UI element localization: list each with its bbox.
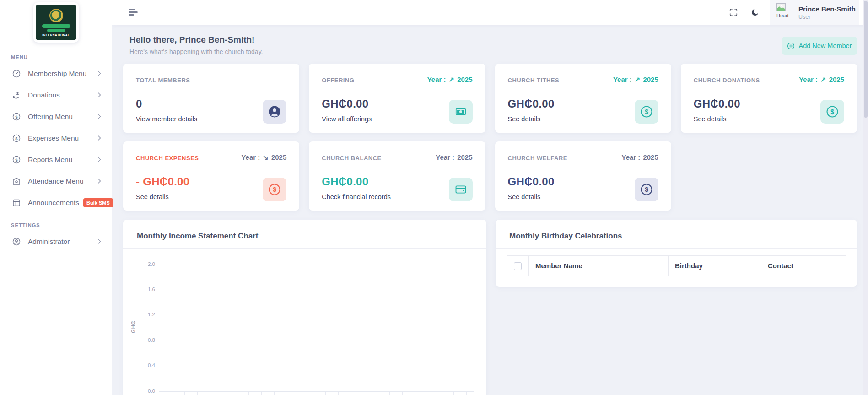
view-member-details-link[interactable]: View member details [136, 115, 197, 123]
year-label: Year : [436, 153, 454, 161]
avatar-alt-text: Head [776, 13, 794, 18]
chevron-right-icon [98, 179, 101, 184]
view-all-offerings-link[interactable]: View all offerings [322, 115, 372, 123]
card-year: Year : 2025 [436, 153, 472, 161]
fullscreen-icon[interactable] [728, 6, 739, 18]
y-tick: 1.6 [140, 287, 155, 292]
year-value: 2025 [271, 153, 286, 162]
add-new-member-button[interactable]: Add New Member [782, 37, 857, 55]
gridline [159, 290, 474, 290]
sidebar-item-membership-menu[interactable]: Membership Menu [0, 63, 112, 84]
logo-redaction-bar [42, 24, 70, 28]
select-all-checkbox[interactable] [514, 262, 522, 270]
card-title: CHURCH EXPENSES [136, 155, 199, 162]
chevron-right-icon [98, 239, 101, 244]
chart-title: Monthly Income Statement Chart [137, 232, 258, 241]
user-menu[interactable]: Head Prince Ben-Smith User [770, 0, 859, 25]
year-value: 2025 [829, 76, 844, 84]
card-value: GH₵0.00 [322, 175, 368, 188]
card-value: GH₵0.00 [694, 97, 740, 110]
scrollbar-thumb[interactable] [864, 1, 868, 118]
admin-user-icon [12, 237, 21, 246]
gridline [159, 366, 474, 366]
offering-card: OFFERING Year : ↗ 2025 GH₵0.00 View all … [309, 64, 485, 133]
coin-dollar-icon: $ [12, 112, 21, 121]
trend-down-arrow-icon: ↘ [263, 153, 269, 162]
chevron-right-icon [98, 114, 101, 119]
card-value: GH₵0.00 [508, 97, 555, 110]
gridline [159, 341, 474, 341]
divider [123, 248, 486, 249]
birthday-table: Member Name Birthday Contact [507, 255, 846, 276]
scrollbar-track[interactable] [863, 0, 868, 395]
card-value: - GH₵0.00 [136, 175, 189, 188]
sidebar-item-reports-menu[interactable]: $ Reports Menu [0, 149, 112, 170]
globe-emblem-icon [49, 9, 63, 22]
sidebar-item-expenses-menu[interactable]: $ Expenses Menu [0, 127, 112, 149]
chevron-right-icon [98, 92, 101, 97]
dashboard-icon [12, 69, 21, 78]
check-financial-records-link[interactable]: Check financial records [322, 193, 391, 200]
cash-bill-icon [449, 100, 473, 124]
donation-hand-icon [12, 91, 21, 100]
church-logo-art: INTERNATIONAL [36, 5, 76, 40]
card-year: Year : ↗ 2025 [427, 76, 473, 84]
year-value: 2025 [643, 76, 658, 84]
stat-cards-row-2: CHURCH EXPENSES Year : ↘ 2025 - GH₵0.00 … [123, 141, 857, 211]
sidebar-menu: Membership Menu Donations $ Offering Men… [0, 63, 112, 213]
sidebar-item-donations[interactable]: Donations [0, 84, 112, 106]
menu-toggle-icon[interactable] [129, 9, 139, 16]
sidebar-item-label: Reports Menu [28, 156, 72, 164]
column-header-birthday: Birthday [669, 256, 761, 276]
user-info: Prince Ben-Smith User [798, 5, 856, 20]
year-label: Year : [799, 76, 818, 84]
donations-see-details-link[interactable]: See details [694, 115, 727, 123]
add-plus-icon [787, 42, 795, 50]
birthday-card-title: Monthly Birthday Celebrations [509, 232, 622, 241]
dollar-coin-icon: $ [635, 100, 658, 124]
sidebar-item-offering-menu[interactable]: $ Offering Menu [0, 106, 112, 127]
gridline [159, 265, 474, 265]
sidebar-item-attendance-menu[interactable]: Attendance Menu [0, 170, 112, 192]
sidebar-item-label: Attendance Menu [28, 177, 84, 185]
chevron-right-icon [98, 157, 101, 162]
person-icon [263, 100, 286, 124]
dark-mode-moon-icon[interactable] [749, 6, 761, 18]
card-value: 0 [136, 97, 142, 110]
card-year: Year : ↗ 2025 [799, 76, 844, 84]
card-title: TOTAL MEMBERS [136, 77, 190, 84]
church-expenses-card: CHURCH EXPENSES Year : ↘ 2025 - GH₵0.00 … [123, 141, 299, 211]
card-title: CHURCH TITHES [508, 77, 560, 84]
sidebar: INTERNATIONAL MENU Membership Menu Donat… [0, 0, 112, 395]
y-tick: 0.4 [140, 363, 155, 368]
page-greeting-title: Hello there, Prince Ben-Smith! [129, 35, 254, 45]
card-title: CHURCH DONATIONS [694, 77, 760, 84]
tithes-see-details-link[interactable]: See details [508, 115, 541, 123]
trend-up-arrow-icon: ↗ [635, 76, 641, 84]
year-label: Year : [622, 153, 641, 161]
coin-dollar-icon: $ [12, 134, 21, 143]
add-new-member-label: Add New Member [798, 42, 852, 49]
card-year: Year : ↘ 2025 [241, 153, 286, 162]
card-value: GH₵0.00 [508, 175, 555, 188]
year-label: Year : [613, 76, 632, 84]
church-welfare-card: CHURCH WELFARE Year : 2025 GH₵0.00 See d… [495, 141, 671, 211]
y-axis-label: GH₵ [130, 320, 136, 333]
sidebar-item-label: Donations [28, 91, 60, 99]
church-logo[interactable]: INTERNATIONAL [33, 2, 79, 43]
year-value: 2025 [457, 76, 472, 84]
total-members-card: TOTAL MEMBERS 0 View member details [123, 64, 299, 133]
year-label: Year : [241, 153, 260, 162]
sidebar-item-announcements[interactable]: Announcements Bulk SMS [0, 192, 112, 213]
sidebar-item-administrator[interactable]: Administrator [0, 231, 112, 252]
dollar-coin-icon: $ [635, 178, 658, 201]
bulk-sms-badge: Bulk SMS [83, 198, 113, 207]
church-tithes-card: CHURCH TITHES Year : ↗ 2025 GH₵0.00 See … [495, 64, 671, 133]
sidebar-item-label: Offering Menu [28, 113, 73, 121]
svg-text:$: $ [15, 157, 18, 162]
welfare-see-details-link[interactable]: See details [508, 193, 541, 200]
card-year: Year : 2025 [622, 153, 658, 161]
gridline [159, 315, 474, 315]
y-tick: 1.2 [140, 312, 155, 317]
expenses-see-details-link[interactable]: See details [136, 193, 169, 200]
